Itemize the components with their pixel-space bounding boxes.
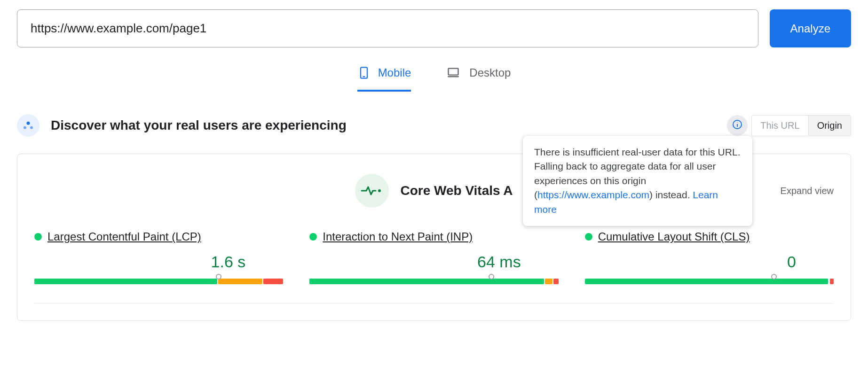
svg-point-10 (378, 189, 381, 192)
svg-point-5 (24, 126, 26, 129)
status-dot-good-icon (309, 233, 317, 241)
metric-header: Largest Contentful Paint (LCP) (34, 230, 283, 243)
info-button[interactable] (727, 115, 748, 136)
section-title: Discover what your real users are experi… (51, 118, 347, 133)
bar-marker (771, 274, 777, 280)
bar-good (585, 279, 828, 284)
pulse-icon (355, 174, 389, 208)
tab-mobile-label: Mobile (378, 66, 411, 79)
scope-this-url[interactable]: This URL (751, 115, 808, 136)
metrics-row: Largest Contentful Paint (LCP) 1.6 s Int… (34, 230, 834, 284)
section-header-left: Discover what your real users are experi… (17, 114, 347, 137)
metric-cls: Cumulative Layout Shift (CLS) 0 (585, 230, 834, 284)
metric-header: Interaction to Next Paint (INP) (309, 230, 558, 243)
mobile-icon (357, 64, 371, 81)
assessment-title: Core Web Vitals A (400, 183, 513, 198)
bar-ni (545, 279, 552, 284)
expand-view-link[interactable]: Expand view (781, 186, 834, 196)
tooltip-text-mid: ) instead. (649, 189, 693, 200)
divider (34, 303, 834, 303)
crux-badge-icon (17, 114, 39, 137)
bar-poor (263, 279, 283, 284)
device-tabs: Mobile Desktop (17, 64, 851, 92)
metric-cls-value: 0 (585, 253, 834, 271)
status-dot-good-icon (34, 233, 42, 241)
url-input[interactable] (17, 9, 758, 47)
svg-point-4 (27, 122, 30, 125)
metric-cls-bar (585, 279, 834, 284)
metric-header: Cumulative Layout Shift (CLS) (585, 230, 834, 243)
bar-ni (218, 279, 263, 284)
bar-poor (553, 279, 559, 284)
metric-inp-bar (309, 279, 558, 284)
search-row: Analyze (17, 9, 851, 47)
metric-lcp-name[interactable]: Largest Contentful Paint (LCP) (47, 230, 201, 243)
metric-lcp: Largest Contentful Paint (LCP) 1.6 s (34, 230, 283, 284)
status-dot-good-icon (585, 233, 592, 241)
tab-desktop[interactable]: Desktop (445, 64, 511, 92)
scope-segmented: This URL Origin (727, 115, 851, 136)
metric-inp-value: 64 ms (309, 253, 558, 271)
metric-lcp-bar (34, 279, 283, 284)
svg-point-6 (30, 126, 33, 129)
bar-good (34, 279, 217, 284)
bar-poor (830, 279, 834, 284)
section-header: Discover what your real users are experi… (17, 114, 851, 137)
metric-lcp-value: 1.6 s (34, 253, 283, 271)
svg-rect-2 (449, 69, 458, 75)
metric-inp: Interaction to Next Paint (INP) 64 ms (309, 230, 558, 284)
info-icon (732, 119, 743, 132)
scope-origin[interactable]: Origin (808, 115, 851, 136)
metric-cls-name[interactable]: Cumulative Layout Shift (CLS) (598, 230, 750, 243)
bar-good (309, 279, 544, 284)
desktop-icon (445, 66, 462, 79)
analyze-button[interactable]: Analyze (770, 9, 851, 47)
tab-desktop-label: Desktop (469, 66, 511, 79)
tab-mobile[interactable]: Mobile (357, 64, 411, 92)
metric-inp-name[interactable]: Interaction to Next Paint (INP) (323, 230, 473, 243)
bar-marker (489, 274, 494, 280)
tooltip-origin-link[interactable]: https://www.example.com (537, 189, 649, 200)
insufficient-data-tooltip: There is insufficient real-user data for… (523, 136, 752, 226)
bar-marker (216, 274, 221, 280)
